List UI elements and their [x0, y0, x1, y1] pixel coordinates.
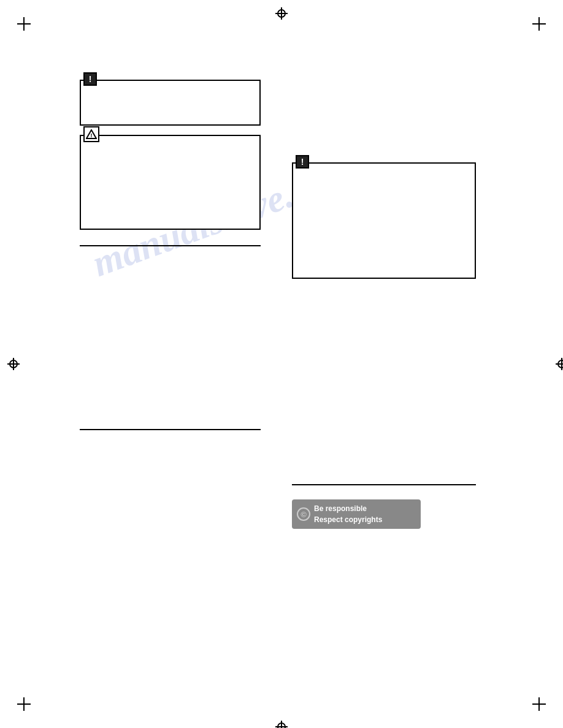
notice-icon-1: ! — [83, 72, 97, 86]
corner-mark-tr — [527, 17, 546, 36]
corner-mark-br — [527, 692, 546, 711]
svg-text:!: ! — [91, 132, 93, 138]
horizontal-rule-2 — [80, 429, 261, 430]
copyright-line1: Be responsible — [314, 503, 415, 514]
horizontal-rule-3 — [292, 484, 476, 485]
copyright-line2: Respect copyrights — [314, 514, 415, 525]
corner-mark-bl — [17, 692, 36, 711]
notice-icon-2: ! — [83, 126, 99, 142]
corner-mark-tl — [17, 17, 36, 36]
notice-box-3: ! — [292, 162, 476, 279]
copyright-icon: © — [297, 507, 310, 521]
horizontal-rule-1 — [80, 245, 261, 246]
notice-icon-3: ! — [296, 155, 309, 169]
copyright-badge: © Be responsible Respect copyrights — [292, 499, 421, 529]
notice-box-2: ! — [80, 135, 261, 230]
notice-box-1: ! — [80, 80, 261, 126]
